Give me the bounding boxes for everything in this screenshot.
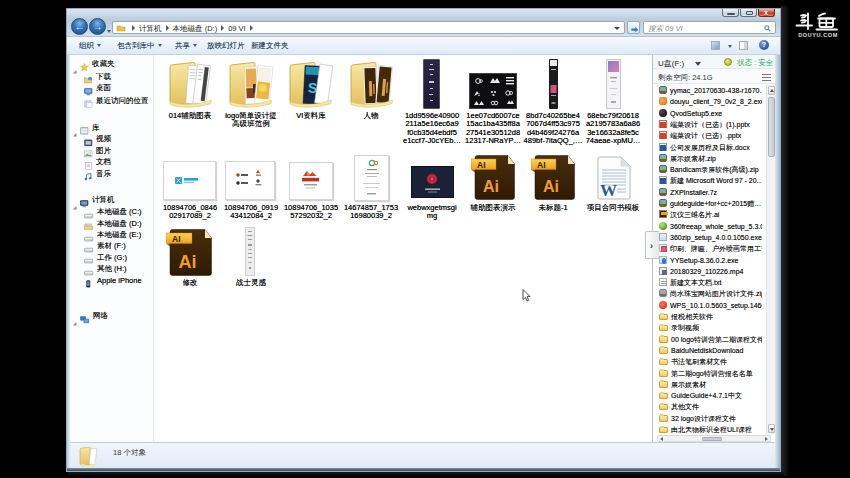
svg-text:Ai: Ai [543,178,559,195]
svg-text:Ai: Ai [483,178,499,195]
svg-text:AI: AI [537,160,546,170]
svg-text:AI: AI [172,234,181,244]
svg-text:Ai: Ai [179,252,197,272]
svg-text:AI: AI [477,160,486,170]
svg-text:W: W [600,181,617,200]
